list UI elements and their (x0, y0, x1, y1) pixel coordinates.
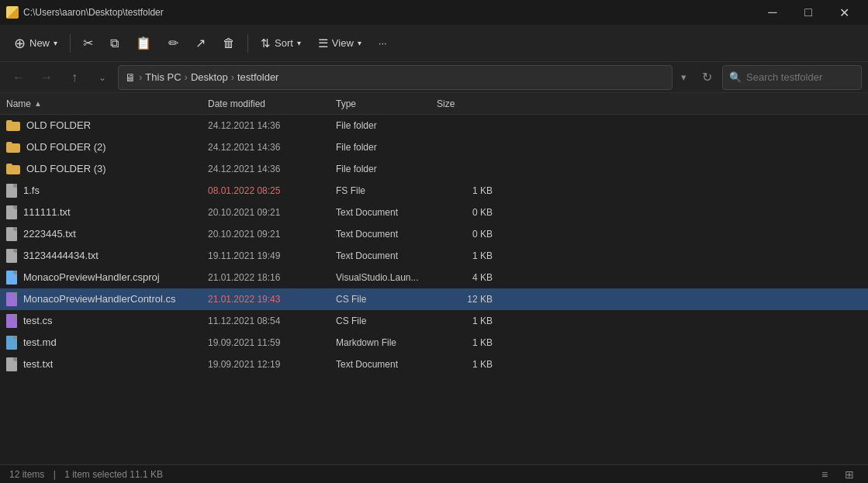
more-options-button[interactable]: ··· (371, 29, 395, 57)
file-icon (6, 227, 17, 241)
address-path[interactable]: 🖥 › This PC › Desktop › testfolder (118, 65, 673, 90)
file-cell-size: 0 KB (437, 207, 499, 218)
file-name: test.cs (23, 315, 53, 326)
file-cell-name: test.cs (6, 314, 208, 328)
grid-view-button[interactable]: ⊞ (840, 467, 859, 482)
sort-label: Sort (275, 37, 293, 49)
table-row[interactable]: test.md 19.09.2021 11:59 Markdown File 1… (0, 332, 868, 354)
sort-icon: ⇅ (261, 36, 271, 50)
col-header-type[interactable]: Type (336, 98, 437, 109)
table-row[interactable]: test.cs 11.12.2021 08:54 CS File 1 KB (0, 310, 868, 332)
view-label: View (332, 37, 354, 49)
table-row[interactable]: OLD FOLDER 24.12.2021 14:36 File folder (0, 115, 868, 136)
refresh-button[interactable]: ↻ (694, 65, 719, 90)
col-header-size[interactable]: Size (437, 98, 499, 109)
file-cell-date: 19.11.2021 19:49 (208, 250, 336, 261)
path-testfolder[interactable]: testfolder (237, 71, 278, 83)
file-cell-name: OLD FOLDER (2) (6, 141, 208, 153)
back-button[interactable]: ← (6, 65, 31, 90)
file-cell-date: 21.01.2022 18:16 (208, 272, 336, 283)
rename-icon: ✏ (168, 36, 178, 50)
search-box[interactable]: 🔍 (722, 65, 862, 90)
file-cell-size: 4 KB (437, 272, 499, 283)
search-input[interactable] (746, 71, 855, 83)
file-cell-type: File folder (336, 164, 437, 174)
delete-icon: 🗑 (223, 36, 235, 50)
table-row[interactable]: test.txt 19.09.2021 12:19 Text Document … (0, 354, 868, 375)
new-label: New (29, 37, 50, 49)
file-cell-type: VisualStudio.Laun... (336, 272, 437, 283)
table-row[interactable]: MonacoPreviewHandler.csproj 21.01.2022 1… (0, 267, 868, 288)
file-icon (6, 357, 17, 371)
new-icon: ⊕ (14, 35, 26, 52)
table-row[interactable]: OLD FOLDER (2) 24.12.2021 14:36 File fol… (0, 136, 868, 158)
file-name: 31234444434.txt (23, 250, 99, 261)
cut-button[interactable]: ✂ (75, 29, 101, 57)
address-dropdown-button[interactable]: ▾ (676, 65, 691, 90)
file-name: OLD FOLDER (2) (26, 141, 106, 153)
file-icon (6, 314, 17, 328)
sort-chevron-icon: ▾ (297, 39, 301, 47)
table-row[interactable]: 2223445.txt 20.10.2021 09:21 Text Docume… (0, 223, 868, 245)
address-bar: ← → ↑ ⌄ 🖥 › This PC › Desktop › testfold… (0, 62, 868, 93)
file-cell-size: 1 KB (437, 316, 499, 326)
file-cell-size: 1 KB (437, 359, 499, 370)
path-folder-icon: 🖥 (125, 71, 136, 84)
file-cell-type: CS File (336, 294, 437, 305)
close-button[interactable]: ✕ (826, 0, 862, 25)
up-button[interactable]: ↑ (62, 65, 87, 90)
file-name: test.txt (23, 358, 53, 370)
status-bar: 12 items | 1 item selected 11.1 KB ≡ ⊞ (0, 464, 868, 483)
new-button[interactable]: ⊕ New ▾ (6, 29, 65, 57)
forward-button[interactable]: → (34, 65, 59, 90)
folder-icon (6, 142, 20, 153)
file-name: test.md (23, 336, 57, 348)
rename-button[interactable]: ✏ (161, 29, 186, 57)
file-name: OLD FOLDER (3) (26, 163, 106, 174)
file-cell-date: 24.12.2021 14:36 (208, 142, 336, 153)
file-name: OLD FOLDER (26, 119, 91, 131)
view-button[interactable]: ☰ View ▾ (310, 29, 369, 57)
toolbar-separator-2 (247, 34, 248, 53)
paste-button[interactable]: 📋 (128, 29, 159, 57)
share-icon: ↗ (195, 36, 206, 50)
file-cell-date: 24.12.2021 14:36 (208, 164, 336, 174)
folder-icon (6, 120, 20, 131)
col-header-name[interactable]: Name ▲ (6, 98, 208, 109)
file-cell-type: File folder (336, 120, 437, 131)
delete-button[interactable]: 🗑 (215, 29, 243, 57)
file-cell-name: OLD FOLDER (3) (6, 163, 208, 174)
share-button[interactable]: ↗ (188, 29, 213, 57)
file-cell-date: 20.10.2021 09:21 (208, 229, 336, 240)
recent-button[interactable]: ⌄ (90, 65, 115, 90)
maximize-button[interactable]: □ (790, 0, 826, 25)
table-row[interactable]: 111111.txt 20.10.2021 09:21 Text Documen… (0, 202, 868, 223)
file-name: MonacoPreviewHandlerControl.cs (23, 293, 176, 305)
table-row[interactable]: 1.fs 08.01.2022 08:25 FS File 1 KB (0, 180, 868, 202)
status-separator-1: | (54, 469, 56, 480)
table-row[interactable]: 31234444434.txt 19.11.2021 19:49 Text Do… (0, 245, 868, 267)
toolbar: ⊕ New ▾ ✂ ⧉ 📋 ✏ ↗ 🗑 ⇅ Sort ▾ ☰ View ▾ ··… (0, 25, 868, 62)
file-cell-type: Text Document (336, 229, 437, 240)
list-view-button[interactable]: ≡ (815, 467, 834, 482)
copy-button[interactable]: ⧉ (102, 29, 126, 57)
file-icon (6, 249, 17, 263)
path-this-pc[interactable]: This PC (145, 71, 181, 83)
sort-button[interactable]: ⇅ Sort ▾ (253, 29, 309, 57)
title-bar: C:\Users\aaron\Desktop\testfolder ─ □ ✕ (0, 0, 868, 25)
column-headers: Name ▲ Date modified Type Size (0, 93, 868, 115)
file-cell-name: OLD FOLDER (6, 119, 208, 131)
minimize-button[interactable]: ─ (755, 0, 790, 25)
col-header-date[interactable]: Date modified (208, 98, 336, 109)
path-desktop[interactable]: Desktop (191, 71, 228, 83)
file-icon (6, 292, 17, 306)
file-rows-container: OLD FOLDER 24.12.2021 14:36 File folder … (0, 115, 868, 375)
file-name: MonacoPreviewHandler.csproj (23, 271, 160, 283)
table-row[interactable]: MonacoPreviewHandlerControl.cs 21.01.202… (0, 288, 868, 310)
file-cell-name: 111111.txt (6, 205, 208, 219)
file-cell-size: 0 KB (437, 229, 499, 240)
table-row[interactable]: OLD FOLDER (3) 24.12.2021 14:36 File fol… (0, 158, 868, 180)
selected-info: 1 item selected 11.1 KB (64, 469, 163, 480)
file-cell-name: 31234444434.txt (6, 249, 208, 263)
file-cell-type: Text Document (336, 207, 437, 218)
